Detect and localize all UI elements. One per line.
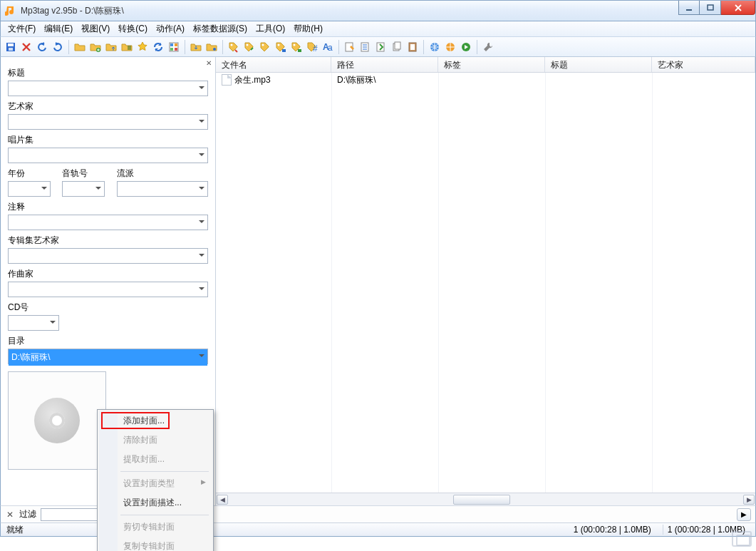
svg-rect-4 bbox=[9, 48, 13, 51]
field-year[interactable] bbox=[8, 181, 51, 197]
file-list: 文件名 路径 标签 标题 艺术家 余生.mp3 D:\陈丽珠\ ◀ ▶ bbox=[216, 57, 755, 505]
menu-view[interactable]: 视图(V) bbox=[77, 21, 114, 36]
svg-point-17 bbox=[294, 43, 296, 46]
rename-icon[interactable] bbox=[343, 40, 357, 54]
window-minimize-button[interactable] bbox=[678, 1, 700, 15]
svg-point-12 bbox=[231, 43, 233, 46]
label-genre: 流派 bbox=[117, 168, 209, 180]
svg-rect-7 bbox=[170, 43, 173, 46]
tag-text-icon[interactable] bbox=[289, 40, 304, 54]
actions-icon[interactable] bbox=[358, 40, 373, 54]
ctx-clear-cover: 清除封面 bbox=[99, 431, 212, 450]
menu-edit[interactable]: 编辑(E) bbox=[40, 21, 77, 36]
read-tags-icon[interactable] bbox=[204, 40, 219, 54]
field-album[interactable] bbox=[8, 148, 208, 163]
svg-rect-3 bbox=[8, 43, 14, 46]
file-list-body[interactable]: 余生.mp3 D:\陈丽珠\ bbox=[216, 73, 755, 493]
ctx-copy-cover: 复制专辑封面 bbox=[99, 537, 212, 551]
svg-rect-16 bbox=[282, 49, 286, 52]
label-track: 音轨号 bbox=[62, 168, 108, 180]
web-source2-icon[interactable] bbox=[443, 40, 457, 54]
paste-icon[interactable] bbox=[405, 40, 420, 54]
tag-panel-close-icon[interactable]: ✕ bbox=[204, 58, 214, 68]
field-directory[interactable]: D:\陈丽珠\ bbox=[8, 349, 208, 364]
tag-filename-icon[interactable] bbox=[227, 40, 241, 54]
filename-tag-icon[interactable] bbox=[242, 40, 257, 54]
filter-close-icon[interactable]: ✕ bbox=[5, 510, 15, 520]
col-title[interactable]: 标题 bbox=[545, 57, 652, 72]
menu-file[interactable]: 文件(F) bbox=[4, 21, 40, 36]
svg-rect-1 bbox=[708, 5, 713, 10]
svg-point-14 bbox=[262, 43, 264, 46]
col-filename[interactable]: 文件名 bbox=[216, 57, 331, 72]
options-icon[interactable] bbox=[167, 40, 181, 54]
copy-icon[interactable] bbox=[390, 40, 404, 54]
delete-icon[interactable] bbox=[19, 40, 33, 54]
ctx-cut-cover: 剪切专辑封面 bbox=[99, 517, 212, 537]
app-icon bbox=[5, 5, 16, 16]
cover-placeholder-icon bbox=[34, 398, 80, 443]
cell-filename: 余生.mp3 bbox=[234, 74, 271, 86]
filter-next-button[interactable]: ▶ bbox=[737, 508, 751, 521]
menu-tagsrc[interactable]: 标签数据源(S) bbox=[189, 21, 252, 36]
redo-icon[interactable] bbox=[51, 40, 65, 54]
web-source-icon[interactable] bbox=[428, 40, 442, 54]
svg-point-15 bbox=[278, 43, 280, 46]
window-title: Mp3tag v2.95b - D:\陈丽珠\ bbox=[21, 5, 124, 17]
horizontal-scrollbar[interactable]: ◀ ▶ bbox=[216, 493, 755, 505]
file-list-header[interactable]: 文件名 路径 标签 标题 艺术家 bbox=[216, 57, 755, 73]
menubar: 文件(F) 编辑(E) 视图(V) 转换(C) 动作(A) 标签数据源(S) 工… bbox=[0, 21, 756, 37]
field-comment[interactable] bbox=[8, 215, 208, 230]
play-icon[interactable] bbox=[459, 40, 473, 54]
scroll-left-icon[interactable]: ◀ bbox=[217, 495, 228, 505]
refresh-icon[interactable] bbox=[151, 40, 165, 54]
scroll-right-icon[interactable]: ▶ bbox=[743, 495, 755, 505]
col-path[interactable]: 路径 bbox=[331, 57, 438, 72]
field-composer[interactable] bbox=[8, 282, 208, 297]
quick-actions-icon[interactable] bbox=[374, 40, 388, 54]
open-folder-icon[interactable] bbox=[73, 40, 87, 54]
menu-tools[interactable]: 工具(O) bbox=[252, 21, 289, 36]
autonumber-icon[interactable]: # bbox=[305, 40, 319, 54]
field-discnumber[interactable] bbox=[8, 315, 59, 331]
svg-text:#: # bbox=[313, 43, 318, 53]
field-genre[interactable] bbox=[117, 181, 209, 197]
field-artist[interactable] bbox=[8, 114, 208, 130]
status-ready: 就绪 bbox=[6, 524, 24, 536]
ctx-set-cover-type: 设置封面类型 bbox=[99, 474, 212, 493]
favorite-icon[interactable] bbox=[135, 40, 150, 54]
ctx-add-cover[interactable]: 添加封面... bbox=[99, 411, 212, 431]
toolbar: # Aa bbox=[0, 37, 756, 57]
case-icon[interactable]: Aa bbox=[321, 40, 335, 54]
tag-tag-icon[interactable] bbox=[258, 40, 272, 54]
tools-icon[interactable] bbox=[481, 40, 495, 54]
playlist-icon[interactable] bbox=[120, 40, 134, 54]
scroll-thumb[interactable] bbox=[453, 495, 510, 505]
field-title[interactable] bbox=[8, 81, 208, 96]
window-close-button[interactable] bbox=[721, 1, 755, 15]
field-track[interactable] bbox=[62, 181, 105, 197]
label-comment: 注释 bbox=[8, 201, 208, 213]
label-discnumber: CD号 bbox=[8, 302, 208, 314]
window-maximize-button[interactable] bbox=[700, 1, 721, 15]
menu-help[interactable]: 帮助(H) bbox=[289, 21, 327, 36]
undo-icon[interactable] bbox=[35, 40, 49, 54]
label-title: 标题 bbox=[8, 67, 208, 79]
field-album-artist[interactable] bbox=[8, 248, 208, 264]
save-icon[interactable] bbox=[4, 40, 18, 54]
folder-up-icon[interactable] bbox=[104, 40, 118, 54]
ctx-set-cover-desc[interactable]: 设置封面描述... bbox=[99, 493, 212, 513]
col-tag[interactable]: 标签 bbox=[438, 57, 545, 72]
menu-actions[interactable]: 动作(A) bbox=[152, 21, 189, 36]
file-row[interactable]: 余生.mp3 D:\陈丽珠\ bbox=[216, 73, 755, 87]
cover-art-box[interactable] bbox=[8, 371, 106, 470]
text-tag-icon[interactable] bbox=[274, 40, 288, 54]
label-album-artist: 专辑集艺术家 bbox=[8, 235, 208, 247]
menu-convert[interactable]: 转换(C) bbox=[114, 21, 152, 36]
svg-rect-8 bbox=[175, 43, 177, 46]
add-folder-icon[interactable] bbox=[88, 40, 103, 54]
export-icon[interactable] bbox=[189, 40, 203, 54]
ctx-extract-cover: 提取封面... bbox=[99, 450, 212, 469]
label-year: 年份 bbox=[8, 168, 53, 180]
col-artist[interactable]: 艺术家 bbox=[652, 57, 755, 72]
